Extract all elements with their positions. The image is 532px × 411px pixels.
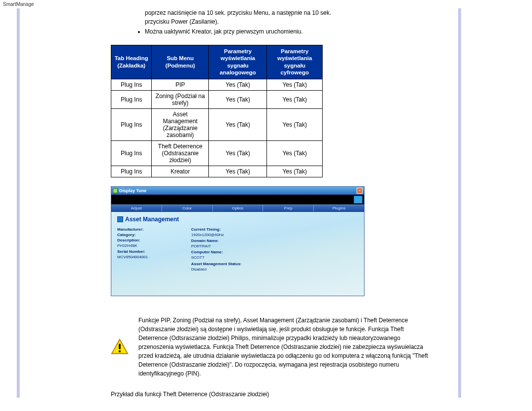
- table-row: Plug Ins Theft Deterrence (Odstraszanie …: [111, 140, 323, 166]
- domain-label: Domain Name:: [191, 238, 290, 243]
- col-header-analog: Parametry wyświetlania sygnału analogowe…: [209, 45, 267, 79]
- top-label: SmartManage: [0, 0, 532, 8]
- example-line: Przykład dla funkcji Theft Deterrence (O…: [111, 391, 443, 398]
- menu-prep[interactable]: Prep: [263, 205, 314, 211]
- window-titlebar: Display Tune ×: [111, 187, 364, 195]
- window-title: Display Tune: [119, 188, 146, 193]
- table-row: Plug Ins Kreator Yes (Tak) Yes (Tak): [111, 166, 323, 177]
- close-icon[interactable]: ×: [357, 188, 363, 194]
- serial-value: MCV8504004001: [117, 254, 171, 260]
- intro-line2: Można uaktywnić Kreator, jak przy pierws…: [145, 27, 355, 36]
- embedded-screenshot: Display Tune × Adjust Color Optice Prep …: [111, 186, 365, 296]
- warning-row: Funkcje PIP, Zoning (Podział na strefy),…: [25, 316, 443, 378]
- menu-adjust[interactable]: Adjust: [111, 205, 162, 211]
- status-label: Asset Management Status:: [191, 261, 290, 267]
- table-row: Plug Ins PIP Yes (Tak) Yes (Tak): [111, 79, 323, 90]
- timing-value: 1920x1200@60Hz: [191, 232, 290, 238]
- monitor-icon: [354, 196, 363, 204]
- right-rail: [458, 8, 532, 398]
- computer-label: Computer Name:: [191, 249, 290, 255]
- content-area: poprzez naciśnięcie na 10 sek. przycisku…: [20, 8, 458, 398]
- section-heading: Asset Management: [125, 216, 179, 223]
- asset-management-icon: [117, 216, 123, 222]
- col-header-tab: Tab Heading (Zakładka): [111, 45, 152, 79]
- warning-icon: [111, 338, 129, 356]
- svg-rect-2: [119, 350, 121, 352]
- screenshot-body: Asset Management Manufacturer: Category:…: [111, 212, 364, 296]
- svg-rect-1: [119, 343, 121, 349]
- col-header-submenu: Sub Menu (Podmenu): [152, 45, 209, 79]
- category-label: Category:: [117, 232, 171, 238]
- menu-bar: Adjust Color Optice Prep PlugIns: [111, 205, 364, 212]
- domain-value: PORTRAIT: [191, 243, 290, 249]
- intro-line1: poprzez naciśnięcie na 10 sek. przycisku…: [145, 8, 355, 26]
- manufacturer-label: Manufacturer:: [117, 227, 171, 232]
- product-band: [111, 195, 364, 205]
- app-icon: [113, 188, 118, 193]
- table-row: Plug Ins Asset Management (Zarządzanie z…: [111, 108, 323, 140]
- description-label: Description:: [117, 238, 171, 243]
- menu-optice[interactable]: Optice: [213, 205, 264, 211]
- menu-color[interactable]: Color: [162, 205, 213, 211]
- col-header-digital: Parametry wyświetlania sygnału cyfrowego: [267, 45, 323, 79]
- computer-value: SCOTT: [191, 255, 290, 260]
- parameters-table: Tab Heading (Zakładka) Sub Menu (Podmenu…: [111, 45, 323, 177]
- status-value: Disabled: [191, 267, 290, 272]
- warning-text: Funkcje PIP, Zoning (Podział na strefy),…: [138, 316, 429, 378]
- timing-label: Current Timing:: [191, 227, 290, 232]
- menu-plugins[interactable]: PlugIns: [314, 205, 364, 211]
- intro-paragraph: poprzez naciśnięcie na 10 sek. przycisku…: [25, 8, 443, 36]
- description-value: PH32H4BK: [117, 243, 171, 248]
- serial-label: Serial Number:: [117, 249, 171, 254]
- page-frame: poprzez naciśnięcie na 10 sek. przycisku…: [0, 8, 532, 398]
- left-rail: [0, 8, 20, 398]
- table-row: Plug Ins Zoning (Podział na strefy) Yes …: [111, 90, 323, 108]
